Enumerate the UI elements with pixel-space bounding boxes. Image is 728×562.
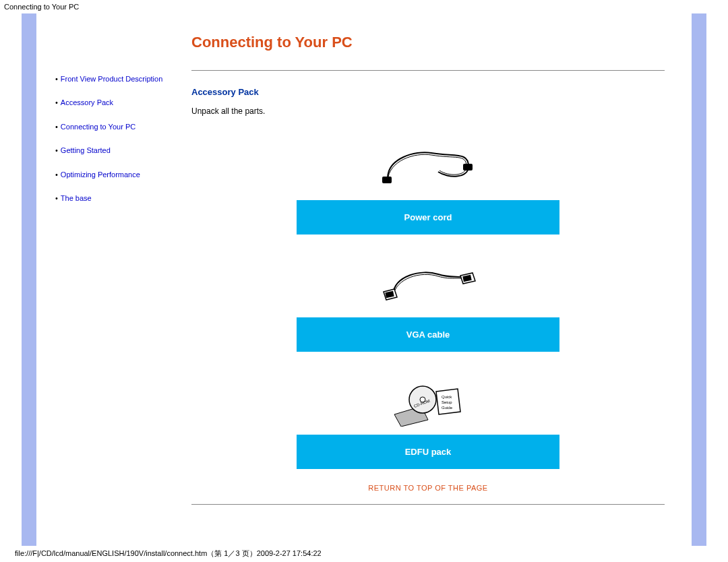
sidebar-nav: •Front View Product Description •Accesso… (36, 13, 178, 546)
sidebar-item-label: Front View Product Description (61, 75, 162, 83)
sidebar-item-accessory-pack[interactable]: •Accessory Pack (55, 98, 171, 108)
accessory-power-cord: Power cord (297, 129, 559, 235)
bullet-icon: • (55, 146, 58, 154)
sidebar-item-label: The base (61, 194, 92, 202)
sidebar-item-optimizing[interactable]: •Optimizing Performance (55, 170, 171, 180)
sidebar-item-label: Connecting to Your PC (61, 123, 135, 131)
sidebar-item-label: Optimizing Performance (61, 170, 140, 179)
accessory-vga-cable: VGA cable (297, 247, 559, 352)
bullet-icon: • (55, 75, 58, 83)
accessory-label: Power cord (297, 200, 559, 235)
sidebar-item-label: Getting Started (61, 146, 111, 154)
svg-rect-1 (463, 164, 473, 170)
sidebar-item-front-view[interactable]: •Front View Product Description (55, 74, 171, 84)
page-container: •Front View Product Description •Accesso… (22, 13, 706, 546)
divider (191, 504, 665, 505)
bullet-icon: • (55, 194, 58, 202)
accessory-label: VGA cable (297, 317, 559, 352)
edfu-pack-icon: CD-ROM Quick Setup Guide (374, 373, 482, 427)
edfu-pack-image: CD-ROM Quick Setup Guide (297, 364, 559, 435)
vga-cable-icon (374, 255, 482, 309)
power-cord-icon (374, 138, 482, 192)
page-title: Connecting to Your PC (191, 34, 665, 51)
sidebar-item-getting-started[interactable]: •Getting Started (55, 146, 171, 156)
return-to-top-link[interactable]: RETURN TO TOP OF THE PAGE (191, 484, 665, 492)
footer-file-path: file:///F|/CD/lcd/manual/ENGLISH/190V/in… (0, 546, 728, 562)
section-title-accessory-pack: Accessory Pack (191, 87, 665, 97)
bullet-icon: • (55, 170, 58, 179)
accessory-label: EDFU pack (297, 435, 559, 469)
svg-text:Quick: Quick (442, 395, 452, 399)
vga-cable-image (297, 247, 559, 317)
svg-text:Setup: Setup (442, 400, 452, 404)
sidebar-item-connecting[interactable]: •Connecting to Your PC (55, 122, 171, 132)
right-decorative-stripe (692, 13, 706, 546)
sidebar-item-the-base[interactable]: •The base (55, 193, 171, 204)
svg-rect-0 (382, 177, 392, 183)
svg-text:Guide: Guide (442, 406, 453, 410)
intro-text: Unpack all the parts. (191, 106, 665, 116)
window-title: Connecting to Your PC (0, 0, 728, 13)
sidebar-item-label: Accessory Pack (61, 98, 113, 106)
left-decorative-stripe (22, 13, 36, 546)
bullet-icon: • (55, 98, 58, 106)
divider (191, 70, 665, 71)
accessory-edfu-pack: CD-ROM Quick Setup Guide EDFU pack (297, 364, 559, 469)
main-content: Connecting to Your PC Accessory Pack Unp… (178, 13, 692, 546)
bullet-icon: • (55, 123, 58, 131)
power-cord-image (297, 129, 559, 200)
